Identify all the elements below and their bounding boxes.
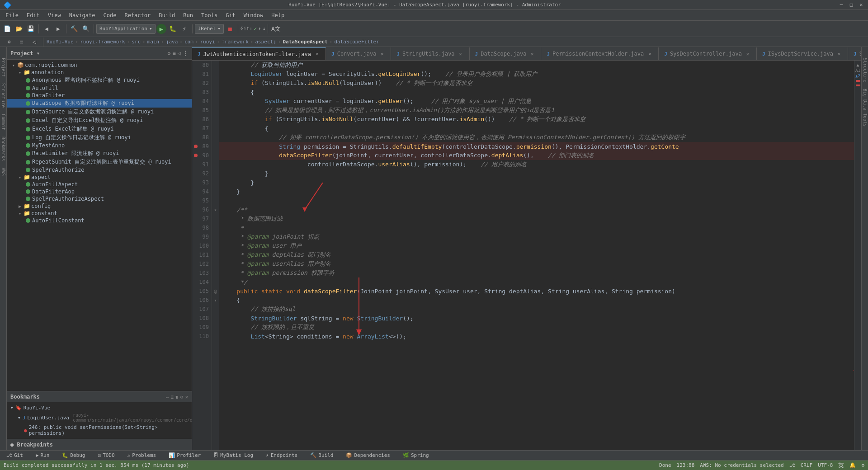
new-file-button[interactable]: 📄 [2, 24, 13, 34]
tab-datascope[interactable]: J DataScope.java ✕ [470, 47, 542, 60]
menu-help[interactable]: Help [268, 11, 288, 19]
project-collapse-icon[interactable]: ◁ [178, 50, 181, 56]
fold-93[interactable] [212, 178, 219, 187]
line-ending-indicator[interactable]: CRLF [801, 462, 813, 468]
fold-101[interactable] [212, 250, 219, 259]
fold-109[interactable] [212, 323, 219, 332]
tree-node-repeatsubmit[interactable]: RepeatSubmit 自定义注解防止表单重复提交 @ ruoyi [7, 158, 192, 166]
fold-91[interactable] [212, 160, 219, 169]
close-button[interactable]: ✕ [858, 2, 864, 8]
tree-node-log[interactable]: Log 自定义操作日志记录注解 @ ruoyi [7, 133, 192, 142]
tab-close-stringutils[interactable]: ✕ [458, 51, 464, 57]
bottom-tab-mybatis[interactable]: 🗄 MyBatis Log [211, 451, 256, 459]
sidebar-item-commit[interactable]: Commit [1, 112, 6, 132]
bookmarks-edit-icon[interactable]: ✏ [166, 394, 169, 400]
tab-close-isysdept[interactable]: ✕ [836, 51, 842, 57]
bottom-tab-todo[interactable]: ☑ TODO [95, 451, 118, 459]
menu-view[interactable]: View [44, 11, 65, 19]
menu-code[interactable]: Code [100, 11, 120, 19]
fold-84[interactable] [212, 97, 219, 106]
fold-108[interactable] [212, 314, 219, 323]
menu-edit[interactable]: Edit [23, 11, 43, 19]
tab-permissioncontextholder[interactable]: J PermissionContextHolder.java ✕ [541, 47, 659, 60]
tab-close-jwt[interactable]: ✕ [314, 51, 320, 57]
tab-close-datascope[interactable]: ✕ [529, 51, 535, 57]
tree-node-anonymous[interactable]: Anonymous 匿名访问不鉴权注解 @ ruoyi [7, 76, 192, 85]
menu-window[interactable]: Window [240, 11, 267, 19]
fold-103[interactable] [212, 268, 219, 277]
bookmarks-sort-icon[interactable]: ⇅ [175, 394, 179, 400]
tree-node-datasource[interactable]: DataSource 自定义多数据源切换注解 @ ruoyi [7, 108, 192, 116]
search-button[interactable]: 🔍 [80, 24, 91, 34]
menu-run[interactable]: Run [179, 11, 197, 19]
breadcrumb-main[interactable]: main [147, 39, 160, 45]
fold-87[interactable] [212, 124, 219, 133]
tree-node-spelpreauthorize[interactable]: SpelPreAuthorize [7, 166, 192, 174]
project-settings-icon[interactable]: ⚙ [167, 50, 170, 56]
sidebar-item-bookmarks[interactable]: Bookmarks [1, 135, 6, 163]
bookmarks-header[interactable]: Bookmarks ✏ ≡ ⇅ ⚙ ✕ [7, 391, 192, 402]
back-button[interactable]: ◀ [41, 24, 52, 34]
bottom-tab-build[interactable]: 🔨 Build [307, 451, 336, 459]
tree-node-datascope[interactable]: DataScope 数据权限过滤注解 @ ruoyi [7, 99, 192, 108]
fold-110[interactable] [212, 332, 219, 341]
breadcrumb-framework[interactable]: ruoyi-framework [80, 39, 125, 45]
breadcrumb-aspectj[interactable]: aspectj [255, 39, 276, 45]
tree-node-constant[interactable]: ▾ 📁 constant [7, 210, 192, 217]
breakpoints-header[interactable]: ● Breakpoints [7, 439, 192, 450]
breadcrumb-java[interactable]: java [166, 39, 178, 45]
encoding-indicator[interactable]: UTF-8 [818, 462, 833, 468]
code-area[interactable]: // 获取当前的用户 LoginUser loginUser = Securit… [219, 61, 854, 450]
fold-105[interactable]: @ [212, 287, 219, 296]
fold-86[interactable] [212, 115, 219, 124]
tree-node-annotation[interactable]: ▾ 📁 annotation [7, 69, 192, 76]
bookmark-group-ruoyi[interactable]: ▾ 🔖 RuoYi-Vue [10, 404, 188, 412]
structure-icon[interactable]: ≡ [16, 37, 27, 47]
fold-94[interactable] [212, 187, 219, 196]
aws-indicator[interactable]: AWS: No credentials selected [700, 462, 783, 468]
breadcrumb-datascope-aspect[interactable]: DataScopeAspect [283, 39, 327, 45]
forward-button[interactable]: ▶ [53, 24, 64, 34]
tree-node-mytestanno[interactable]: MyTestAnno [7, 142, 192, 149]
translate-button[interactable]: A文 [270, 24, 281, 34]
bottom-tab-endpoints[interactable]: ⚡ Endpoints [263, 451, 300, 459]
tree-node-autofillconstant[interactable]: AutoFillConstant [7, 217, 192, 224]
tree-node-datafilteraop[interactable]: DataFilterAop [7, 188, 192, 195]
sidebar-item-project[interactable]: Project [1, 56, 6, 79]
tree-node-autofill[interactable]: AutoFill [7, 85, 192, 92]
tree-node-autofillaspect[interactable]: AutoFillAspect [7, 181, 192, 188]
tab-sysdeptserviceimpl[interactable]: J SysDeptServiceImpl.java ✕ [848, 47, 861, 60]
fold-97[interactable] [212, 214, 219, 223]
fold-104[interactable] [212, 277, 219, 287]
sidebar-item-aws[interactable]: AWS [1, 166, 6, 178]
tree-node-datafilter[interactable]: DataFilter [7, 92, 192, 99]
settings-icon[interactable]: ⚙ [861, 462, 864, 468]
tab-sysdeptcontroller[interactable]: J SysDeptController.java ✕ [659, 47, 757, 60]
tab-convert[interactable]: J Convert.java ✕ [326, 47, 391, 60]
fold-95[interactable] [212, 196, 219, 205]
bottom-tab-problems[interactable]: ⚠ Problems [125, 451, 159, 459]
fold-96[interactable]: ▾ [212, 205, 219, 214]
breadcrumb-ruoyi-vue[interactable]: RuoYi-Vue [47, 39, 74, 45]
fold-83[interactable] [212, 88, 219, 97]
fold-92[interactable] [212, 169, 219, 178]
breadcrumb-com[interactable]: com [184, 39, 193, 45]
tree-node-common[interactable]: ▾ 📦 com.ruoyi.common [7, 61, 192, 69]
fold-88[interactable] [212, 133, 219, 142]
bottom-tab-profiler[interactable]: 📊 Profiler [166, 451, 203, 459]
tree-node-spelpreauthorizeaspect[interactable]: SpelPreAuthorizeAspect [7, 195, 192, 202]
bottom-tab-spring[interactable]: 🌿 Spring [400, 451, 432, 459]
open-button[interactable]: 📂 [14, 24, 24, 34]
notifications-icon[interactable]: 🔔 [849, 462, 856, 468]
tree-node-excel[interactable]: Excel 自定义导出Excel数据注解 @ ruoyi [7, 116, 192, 125]
fold-107[interactable] [212, 305, 219, 314]
menu-git[interactable]: Git [222, 11, 239, 19]
breadcrumb-collapse-icon[interactable]: ◁ [29, 37, 40, 47]
build-button[interactable]: 🔨 [69, 24, 80, 34]
project-settings-icon[interactable]: ⚙ [4, 37, 14, 47]
fold-80[interactable] [212, 61, 219, 70]
stop-button[interactable]: ■ [225, 24, 236, 34]
tab-close-permission[interactable]: ✕ [646, 51, 653, 57]
jrebel-dropdown[interactable]: JRebel ▾ [195, 24, 224, 34]
fold-89[interactable] [212, 142, 219, 151]
